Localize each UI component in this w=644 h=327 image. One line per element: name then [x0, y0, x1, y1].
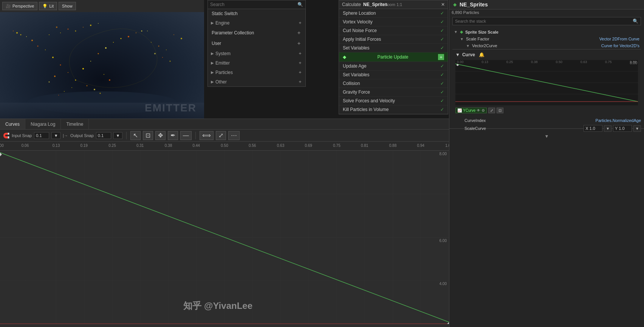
input-snap-value[interactable]: [34, 132, 49, 139]
fit-horizontal-button[interactable]: ⟺: [200, 131, 214, 140]
svg-point-17: [136, 32, 136, 33]
ycurve-tag[interactable]: 📈 YCurve 👁 ⚙: [455, 108, 487, 113]
niagara-item-set-variables-2[interactable]: Set Variables ✓: [339, 71, 448, 79]
sprite-icon: ◆: [460, 29, 463, 34]
niagara-item-collision[interactable]: Collision ✓: [339, 79, 448, 88]
search-icon: 🔍: [633, 19, 638, 24]
y-label-6: 6.00: [440, 238, 447, 242]
niagara-item-sphere-location[interactable]: Sphere Location ✓: [339, 9, 448, 18]
check-icon: ✓: [440, 81, 444, 86]
move-tool-button[interactable]: ✥: [155, 131, 166, 140]
niagara-item-solve-forces-velocity[interactable]: Solve Forces and Velocity ✓: [339, 97, 448, 105]
curve-grid[interactable]: 8.00 6.00 4.00: [0, 151, 449, 324]
x-label-9: 0.56: [249, 143, 256, 148]
show-button[interactable]: Show: [59, 2, 76, 10]
x-label-16: 1.00: [445, 143, 449, 148]
dropdown-group-engine[interactable]: ▶ Engine ＋: [208, 18, 305, 28]
stack-section: ▼ ◆ Sprite Size Scale ▼ Scale Factor Vec…: [449, 27, 644, 117]
dropdown-item-user[interactable]: User ＋: [208, 38, 305, 49]
svg-point-5: [90, 61, 91, 62]
output-snap-dropdown[interactable]: ▼: [113, 132, 122, 139]
curve-toolbar: 🧲 Input Snap ▼ |→ Output Snap ▼ ↖ ⊡ ✥ ✒ …: [0, 130, 449, 142]
x-label-4: 0.25: [108, 143, 116, 148]
particle-update-add-button[interactable]: ＋: [438, 54, 444, 60]
pen-tool-button[interactable]: ✒: [168, 131, 178, 140]
svg-point-9: [105, 47, 107, 49]
niagara-item-particle-update[interactable]: ◆ Particle Update ＋: [339, 52, 448, 62]
expand-curve-button[interactable]: ⤢: [488, 108, 495, 113]
svg-point-23: [64, 91, 65, 92]
check-icon: ✓: [440, 28, 444, 33]
x-label-14: 0.88: [389, 143, 396, 148]
curve-tags-row: 📈 YCurve 👁 ⚙ ⤢ ⊡: [455, 107, 638, 114]
output-snap-value[interactable]: [96, 132, 111, 139]
niagara-item-vortex-velocity[interactable]: Vortex Velocity ✓: [339, 18, 448, 26]
x-label-12: 0.75: [333, 143, 340, 148]
svg-point-2: [68, 72, 68, 73]
tab-niagara-log[interactable]: Niagara Log: [25, 119, 61, 129]
scale-y-input[interactable]: [613, 125, 632, 132]
svg-point-15: [128, 36, 129, 37]
svg-point-34: [154, 53, 156, 54]
tab-curves[interactable]: Curves: [0, 119, 25, 129]
dropdown-group-system[interactable]: ▶ System ＋: [208, 49, 305, 58]
cursor-tool-button[interactable]: ↖: [130, 131, 141, 140]
fit-curve-button[interactable]: ⊡: [497, 108, 503, 113]
select-tool-button[interactable]: ⊡: [143, 131, 153, 140]
lit-icon: 💡: [42, 4, 48, 9]
svg-point-26: [100, 93, 101, 94]
lit-button[interactable]: 💡 Lit: [39, 2, 57, 10]
x-label-3: 0.19: [80, 143, 87, 148]
scale-y-dropdown[interactable]: ▼: [633, 125, 641, 132]
viewport-background: EMITTER: [0, 12, 204, 125]
x-label-10: 0.63: [277, 143, 284, 148]
scale-x-dropdown[interactable]: ▼: [604, 125, 611, 132]
niagara-item-kill-particles[interactable]: Kill Particles in Volume ✓: [339, 105, 448, 114]
dropdown-item-static-switch[interactable]: Static Switch: [208, 9, 305, 18]
add-icon: ＋: [298, 60, 302, 66]
calculate-label: Calculate: [342, 2, 361, 7]
expand-icon: ▶: [211, 61, 214, 65]
stack-search-input[interactable]: [455, 19, 633, 23]
perspective-button[interactable]: 🎥 Perspective: [2, 2, 37, 10]
dropdown-group-particles[interactable]: ▶ Particles ＋: [208, 68, 305, 77]
svg-point-4: [60, 65, 61, 66]
svg-point-39: [147, 31, 148, 31]
niagara-item-gravity-force[interactable]: Gravity Force ✓: [339, 88, 448, 97]
svg-point-14: [26, 36, 27, 37]
curve-icon: 🔔: [479, 52, 485, 57]
dropdown-search-input[interactable]: [210, 2, 296, 7]
tab-timeline[interactable]: Timeline: [61, 119, 89, 129]
perspective-icon: 🎥: [6, 4, 11, 9]
x-label-15: 0.94: [417, 143, 424, 148]
check-icon: ✓: [440, 72, 444, 77]
niagara-item-apply-initial-forces[interactable]: Apply Initial Forces ✓: [339, 35, 448, 44]
expand-icon: ▶: [211, 51, 214, 56]
fit-vertical-button[interactable]: ⤢: [216, 131, 226, 140]
dropdown-group-emitter[interactable]: ▶ Emitter ＋: [208, 58, 305, 68]
svg-point-30: [109, 79, 110, 81]
dropdown-item-parameter-collection[interactable]: Parameter Collection ＋: [208, 28, 305, 38]
svg-point-13: [121, 38, 122, 39]
niagara-item-curl-noise-force[interactable]: Curl Noise Force ✓: [339, 26, 448, 35]
close-icon[interactable]: ✕: [441, 2, 445, 7]
collapse-icon: ▼: [455, 52, 460, 57]
x-label-0: 0.00: [0, 143, 4, 148]
check-icon: ✓: [440, 98, 444, 103]
svg-point-19: [141, 31, 142, 32]
x-label-5: 0.31: [136, 143, 144, 148]
svg-point-20: [13, 31, 14, 31]
dropdown-group-other[interactable]: ▶ Other ＋: [208, 77, 305, 86]
input-snap-dropdown[interactable]: ▼: [51, 132, 60, 139]
options-button[interactable]: ⋯: [228, 131, 240, 140]
viewport-watermark: EMITTER: [145, 102, 197, 114]
scale-curve-expand[interactable]: ▼: [449, 133, 644, 140]
add-icon: ＋: [298, 20, 302, 26]
add-icon: ＋: [298, 79, 302, 85]
niagara-item-update-age[interactable]: Update Age ✓: [339, 62, 448, 71]
stack-row-sprite-size-scale[interactable]: ▼ ◆ Sprite Size Scale: [452, 28, 641, 35]
flat-tool-button[interactable]: —: [180, 131, 192, 140]
scale-x-input[interactable]: [584, 125, 602, 132]
add-icon: ＋: [298, 50, 302, 57]
niagara-item-set-variables-1[interactable]: Set Variables ✓: [339, 44, 448, 52]
